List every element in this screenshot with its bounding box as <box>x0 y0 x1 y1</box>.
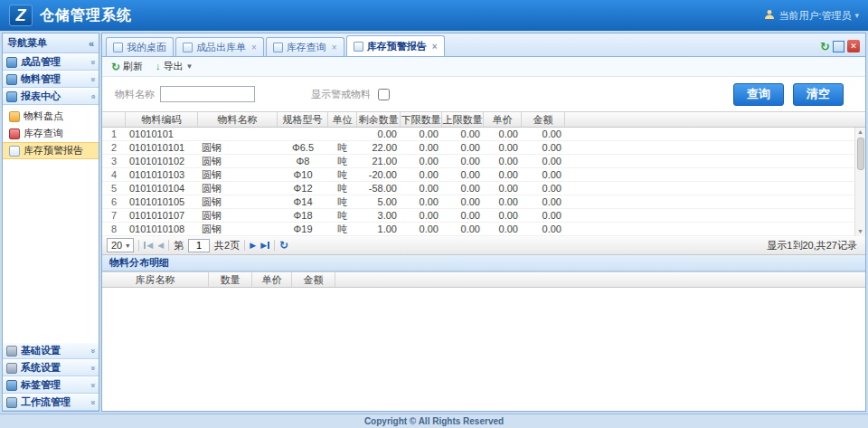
tab-bar: 我的桌面成品出库单×库存查询×库存预警报告× ↻ ✕ <box>102 33 865 57</box>
refresh-tabs-icon[interactable]: ↻ <box>820 41 830 52</box>
current-user-menu[interactable]: 当前用户:管理员 ▾ <box>764 9 859 23</box>
table-row[interactable]: 60101010105圆钢Φ14吨5.000.000.000.000.00 <box>102 195 865 209</box>
column-header[interactable]: 剩余数量 <box>357 112 401 127</box>
close-icon[interactable]: × <box>432 42 438 52</box>
material-name-input[interactable] <box>160 86 255 102</box>
column-header[interactable]: 规格型号 <box>278 112 328 127</box>
row-filler <box>565 182 865 195</box>
cell: 0.00 <box>401 209 442 222</box>
scrollbar-thumb[interactable] <box>857 138 864 170</box>
table-row[interactable]: 20101010101圆钢Φ6.5吨22.000.000.000.000.00 <box>102 141 865 155</box>
show-warning-checkbox[interactable] <box>378 89 390 100</box>
search-button[interactable]: 查询 <box>733 83 784 106</box>
table-row[interactable]: 70101010107圆钢Φ18吨3.000.000.000.000.00 <box>102 209 865 223</box>
cell: 0.00 <box>484 141 522 154</box>
row-number: 8 <box>102 223 126 235</box>
table-row[interactable]: 80101010108圆钢Φ19吨1.000.000.000.000.00 <box>102 223 865 236</box>
refresh-button[interactable]: ↻ 刷新 <box>108 59 146 74</box>
cell: 0.00 <box>522 155 565 167</box>
table-row[interactable]: 50101010104圆钢Φ12吨-58.000.000.000.000.00 <box>102 182 865 195</box>
page-size-select[interactable]: 20 ▾ <box>107 238 134 252</box>
sidebar-group-label: 报表中心 <box>21 90 61 103</box>
sidebar-item[interactable]: 库存查询 <box>3 125 99 142</box>
table-row[interactable]: 30101010102圆钢Φ8吨21.000.000.000.000.00 <box>102 155 865 168</box>
last-page-button[interactable]: ▶ <box>260 241 269 250</box>
clear-button[interactable]: 清空 <box>793 83 844 106</box>
cell: 0.00 <box>522 128 565 140</box>
app-header: Z 仓储管理系统 当前用户:管理员 ▾ <box>0 0 868 31</box>
cell: 吨 <box>328 223 357 235</box>
cell <box>198 128 278 140</box>
row-number: 3 <box>102 155 126 167</box>
tab-3[interactable]: 库存查询× <box>266 37 344 56</box>
filter-buttons: 查询 清空 <box>733 83 853 106</box>
close-tab-icon[interactable]: ✕ <box>847 40 860 52</box>
first-page-button[interactable]: ◀ <box>144 241 153 250</box>
column-header[interactable]: 金额 <box>522 112 565 127</box>
cell: 0.00 <box>484 209 522 222</box>
cell: Φ8 <box>278 155 328 167</box>
detail-column-header[interactable]: 数量 <box>209 272 252 287</box>
table-row[interactable]: 1010101010.000.000.000.000.00 <box>102 128 865 141</box>
sidebar-group-7[interactable]: 工作流管理» <box>3 394 99 411</box>
tab-2[interactable]: 成品出库单× <box>175 37 264 56</box>
tab-1[interactable]: 我的桌面 <box>106 37 174 56</box>
sidebar-group-2[interactable]: 物料管理» <box>3 71 99 88</box>
page-size-value: 20 <box>111 240 122 251</box>
export-button[interactable]: ↓ 导出 ▼ <box>152 59 196 74</box>
collapse-sidebar-icon[interactable]: « <box>89 38 94 49</box>
next-page-button[interactable]: ▶ <box>250 241 256 250</box>
cell: 0.00 <box>484 182 522 195</box>
table-row[interactable]: 40101010103圆钢Φ10吨-20.000.000.000.000.00 <box>102 168 865 182</box>
row-number: 2 <box>102 141 126 154</box>
detail-column-header[interactable]: 库房名称 <box>102 272 209 287</box>
close-icon[interactable]: × <box>251 43 257 52</box>
tab-4[interactable]: 库存预警报告× <box>346 35 445 56</box>
scrollbar-up-icon[interactable]: ▲ <box>857 128 863 137</box>
reload-icon[interactable]: ↻ <box>279 240 288 251</box>
detail-column-header[interactable]: 单价 <box>252 272 292 287</box>
column-header[interactable]: 下限数量 <box>401 112 442 127</box>
grid-header: 物料编码物料名称规格型号单位剩余数量下限数量上限数量单价金额 <box>102 111 865 128</box>
cell: 0.00 <box>484 155 522 167</box>
maximize-icon[interactable] <box>833 41 844 52</box>
cell: 0.00 <box>522 209 565 222</box>
column-header[interactable]: 物料编码 <box>126 112 198 127</box>
sidebar-group-4[interactable]: 基础设置» <box>3 342 99 359</box>
export-icon: ↓ <box>156 62 161 71</box>
prev-page-button[interactable]: ◀ <box>157 241 164 250</box>
sidebar-item[interactable]: 库存预警报告 <box>3 142 99 159</box>
row-filler <box>565 141 865 154</box>
detail-column-header[interactable]: 金额 <box>292 272 335 287</box>
material-management-icon <box>6 74 17 85</box>
vertical-scrollbar[interactable]: ▲ ▼ <box>854 128 865 236</box>
cell: 5.00 <box>357 195 401 208</box>
column-header[interactable]: 物料名称 <box>198 112 278 127</box>
row-number: 6 <box>102 195 126 208</box>
column-header[interactable]: 单位 <box>328 112 357 127</box>
column-header[interactable] <box>102 112 126 127</box>
scrollbar-down-icon[interactable]: ▼ <box>857 227 863 236</box>
chevron-down-icon: » <box>88 383 97 387</box>
sidebar-group-3[interactable]: 报表中心» <box>3 88 99 105</box>
user-icon <box>764 9 775 22</box>
export-label: 导出 <box>164 60 184 73</box>
column-header[interactable]: 上限数量 <box>442 112 484 127</box>
cell: 0.00 <box>401 195 442 208</box>
close-icon[interactable]: × <box>332 43 337 52</box>
cell: 吨 <box>328 155 357 167</box>
sidebar-group-1[interactable]: 成品管理» <box>3 53 99 71</box>
sidebar-group-5[interactable]: 系统设置» <box>3 359 99 376</box>
page-input[interactable] <box>188 239 210 252</box>
sidebar-group-label: 系统设置 <box>21 361 61 375</box>
cell: 1.00 <box>357 223 401 235</box>
cell: 0101010102 <box>126 155 198 167</box>
basic-settings-icon <box>6 346 17 357</box>
sidebar-group-6[interactable]: 标签管理» <box>3 376 99 394</box>
cell: -20.00 <box>357 168 401 181</box>
sidebar-item[interactable]: 物料盘点 <box>3 108 99 125</box>
cell: Φ10 <box>278 168 328 181</box>
column-header[interactable]: 单价 <box>484 112 522 127</box>
sidebar-item-label: 库存预警报告 <box>24 144 83 157</box>
outbound-doc-icon <box>183 43 193 52</box>
